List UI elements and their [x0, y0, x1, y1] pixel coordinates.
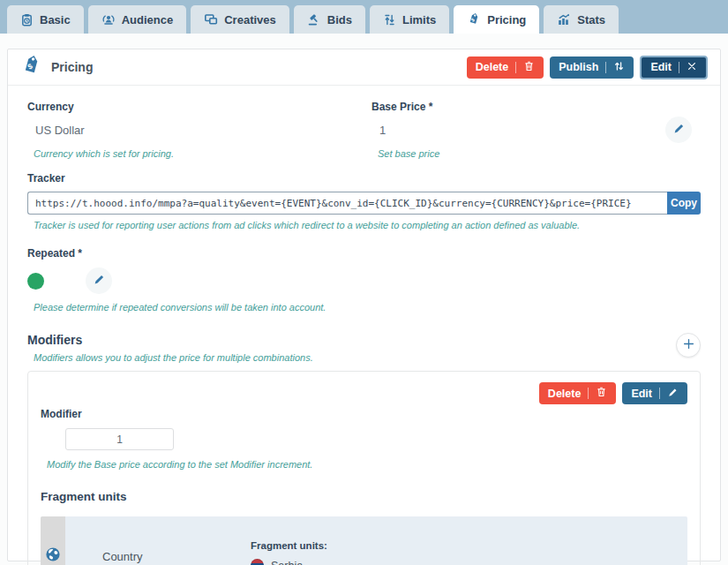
- repeated-label: Repeated *: [27, 247, 701, 260]
- modifiers-hint: Modifiers allows you to adjust the price…: [27, 352, 313, 363]
- globe-icon: [45, 546, 61, 565]
- tab-creatives[interactable]: Creatives: [191, 5, 289, 34]
- tab-bar: Basic Audience Creatives Bids Limits $ P…: [0, 0, 728, 34]
- clipboard-icon: [20, 13, 34, 26]
- modifier-hint: Modify the Base price according to the s…: [41, 459, 687, 470]
- trash-icon: [596, 386, 607, 401]
- screens-icon: [204, 12, 218, 26]
- fragment-row[interactable]: Country Fragment units: Serbia: [41, 516, 687, 565]
- pricing-panel: $ Pricing Delete Publish Edit Currency: [7, 49, 721, 561]
- gavel-icon: [307, 12, 321, 26]
- fragment-units-title: Fragment units: [41, 490, 687, 503]
- audience-icon: [101, 12, 116, 26]
- plus-icon: [682, 337, 695, 353]
- currency-hint: Currency which is set for pricing.: [27, 148, 372, 159]
- tracker-field: Tracker Copy Tracker is used for reporti…: [27, 172, 701, 230]
- modifiers-title: Modifiers: [27, 333, 313, 347]
- panel-header: $ Pricing Delete Publish Edit: [8, 49, 720, 86]
- currency-field: Currency US Dollar Currency which is set…: [27, 101, 372, 159]
- trash-icon: [523, 60, 535, 75]
- fragment-unit-name: Serbia: [271, 560, 303, 565]
- modifier-label: Modifier: [41, 408, 687, 420]
- repeated-field: Repeated * Please determine if repeated …: [27, 247, 701, 313]
- base-price-hint: Set base price: [372, 148, 665, 159]
- fragment-units-label: Fragment units:: [251, 540, 327, 551]
- tab-label: Basic: [40, 13, 71, 26]
- base-price-label: Base Price *: [372, 101, 665, 113]
- edit-repeated-button[interactable]: [86, 267, 112, 294]
- limits-icon: [383, 13, 396, 26]
- fragment-type: Country: [65, 550, 251, 563]
- currency-baseprice-row: Currency US Dollar Currency which is set…: [27, 101, 701, 159]
- modifier-input[interactable]: [65, 428, 174, 450]
- tab-label: Limits: [402, 13, 436, 26]
- fragment-unit-item: Serbia: [251, 559, 327, 565]
- fragment-row-handle[interactable]: [41, 516, 65, 565]
- fragment-units: Fragment units: Serbia: [251, 540, 327, 565]
- repeated-on-indicator[interactable]: [27, 273, 44, 290]
- price-tag-icon: $: [20, 55, 42, 80]
- price-tag-icon: $: [467, 12, 481, 26]
- base-price-value: 1: [372, 124, 665, 137]
- tracker-label: Tracker: [27, 172, 701, 185]
- tracker-hint: Tracker is used for reporting user actio…: [27, 220, 701, 230]
- repeated-hint: Please determine if repeated conversions…: [27, 302, 701, 313]
- tab-label: Creatives: [224, 13, 276, 26]
- add-modifier-button[interactable]: [676, 333, 701, 358]
- base-price-field: Base Price * 1 Set base price: [372, 101, 665, 159]
- modifier-card: Delete Edit Modifier Modify the Base pri…: [27, 371, 701, 565]
- tab-limits[interactable]: Limits: [370, 5, 449, 34]
- serbia-flag-icon: [251, 559, 264, 565]
- currency-value: US Dollar: [27, 124, 372, 137]
- edit-base-price-button[interactable]: [665, 117, 692, 143]
- delete-button[interactable]: Delete: [467, 56, 544, 79]
- tab-pricing[interactable]: $ Pricing: [454, 5, 539, 34]
- stats-icon: [557, 12, 571, 26]
- edit-modifier-button[interactable]: Edit: [622, 382, 687, 404]
- edit-toggle-button[interactable]: Edit: [640, 56, 708, 79]
- pencil-icon: [672, 122, 686, 138]
- currency-label: Currency: [27, 101, 372, 113]
- tab-label: Stats: [577, 13, 605, 26]
- page-title: Pricing: [51, 60, 93, 74]
- tab-bids[interactable]: Bids: [294, 5, 365, 34]
- transfer-arrows-icon: [613, 60, 625, 75]
- modifiers-section-header: Modifiers Modifiers allows you to adjust…: [27, 333, 701, 363]
- pencil-icon: [667, 387, 679, 401]
- tab-label: Pricing: [487, 13, 526, 26]
- tab-label: Audience: [122, 13, 174, 26]
- delete-modifier-button[interactable]: Delete: [539, 382, 617, 404]
- publish-button[interactable]: Publish: [550, 56, 634, 79]
- tab-basic[interactable]: Basic: [7, 5, 84, 34]
- tab-label: Bids: [327, 13, 352, 26]
- copy-button[interactable]: Copy: [667, 192, 701, 215]
- pencil-icon: [93, 273, 106, 289]
- close-icon: [687, 61, 697, 74]
- tab-stats[interactable]: Stats: [544, 5, 619, 34]
- tracker-input[interactable]: [27, 192, 667, 215]
- tab-audience[interactable]: Audience: [88, 5, 187, 34]
